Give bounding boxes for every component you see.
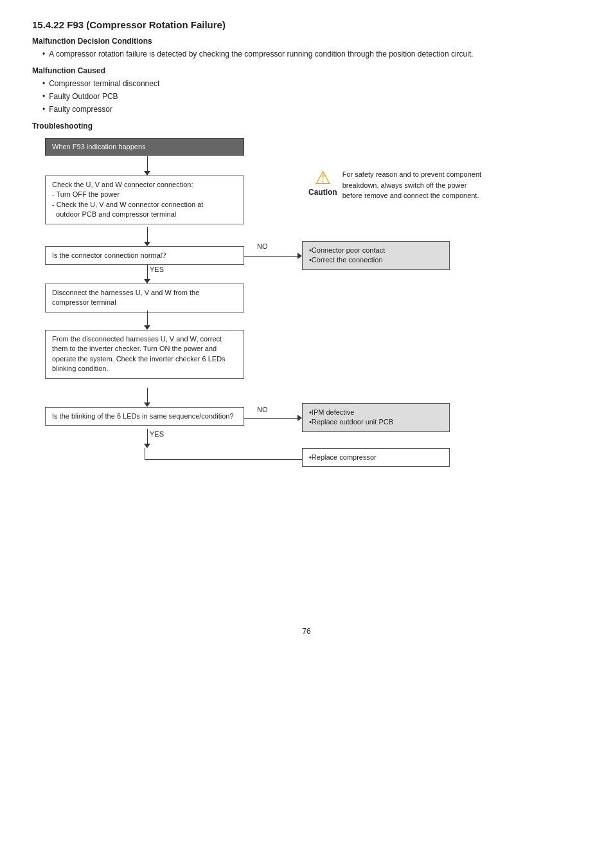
no-box-2-text: •IPM defective•Replace outdoor unit PCB	[309, 408, 393, 426]
arrow-down-1	[144, 156, 150, 176]
flow-box-5: Is the blinking of the 6 LEDs in same se…	[45, 407, 244, 426]
malfunction-decision-list: A compressor rotation failure is detecte…	[32, 48, 581, 60]
troubleshooting-heading: Troubleshooting	[32, 122, 581, 131]
label-yes-1: YES	[150, 266, 164, 273]
flow-no-box-2: •IPM defective•Replace outdoor unit PCB	[302, 403, 450, 432]
arrow-line-yes-down	[145, 448, 145, 460]
flow-box-4-text: From the disconnected harnesses U, V and…	[52, 335, 226, 372]
label-yes-2: YES	[150, 430, 164, 438]
arrow-right-1	[244, 253, 302, 259]
malfunction-caused-heading: Malfunction Caused	[32, 66, 581, 75]
malfunction-decision-item-1: A compressor rotation failure is detecte…	[42, 48, 581, 60]
malfunction-caused-item-3: Faulty compressor	[42, 104, 581, 115]
flowchart: When F93 indication happens Check the U,…	[32, 138, 585, 498]
flow-box-3-text: Disconnect the harnesses U, V and W from…	[52, 289, 199, 306]
flow-yes-box: •Replace compressor	[302, 448, 450, 467]
arrow-down-2	[144, 227, 150, 246]
arrow-down-4	[144, 311, 150, 330]
caution-text: For safety reason and to prevent compone…	[342, 169, 488, 201]
malfunction-decision-heading: Malfunction Decision Conditions	[32, 37, 581, 46]
flow-box-3: Disconnect the harnesses U, V and W from…	[45, 284, 244, 312]
malfunction-caused-item-2: Faulty Outdoor PCB	[42, 91, 581, 102]
label-no-1: NO	[257, 242, 268, 250]
caution-icon: ⚠	[315, 169, 331, 187]
malfunction-caused-list: Compressor terminal disconnect Faulty Ou…	[32, 78, 581, 115]
flow-box-1: Check the U, V and W connector connectio…	[45, 176, 244, 224]
flow-box-2: Is the connector connection normal?	[45, 246, 244, 265]
caution-label: Caution	[308, 187, 337, 198]
flow-box-4: From the disconnected harnesses U, V and…	[45, 330, 244, 379]
arrow-right-2	[244, 415, 302, 421]
page-number: 76	[32, 627, 581, 636]
malfunction-caused-section: Malfunction Caused Compressor terminal d…	[32, 66, 581, 115]
arrow-line-yes-right	[145, 459, 305, 460]
flow-box-1-text: Check the U, V and W connector connectio…	[52, 181, 203, 218]
flow-start-box: When F93 indication happens	[45, 138, 244, 156]
flow-no-box-1: •Connector poor contact•Correct the conn…	[302, 241, 450, 270]
no-box-1-text: •Connector poor contact•Correct the conn…	[309, 246, 385, 264]
arrow-down-5	[144, 388, 150, 407]
page-title: 15.4.22 F93 (Compressor Rotation Failure…	[32, 19, 581, 30]
malfunction-caused-item-1: Compressor terminal disconnect	[42, 78, 581, 89]
malfunction-decision-section: Malfunction Decision Conditions A compre…	[32, 37, 581, 60]
caution-area: ⚠ Caution For safety reason and to preve…	[308, 169, 488, 201]
label-no-2: NO	[257, 406, 268, 413]
